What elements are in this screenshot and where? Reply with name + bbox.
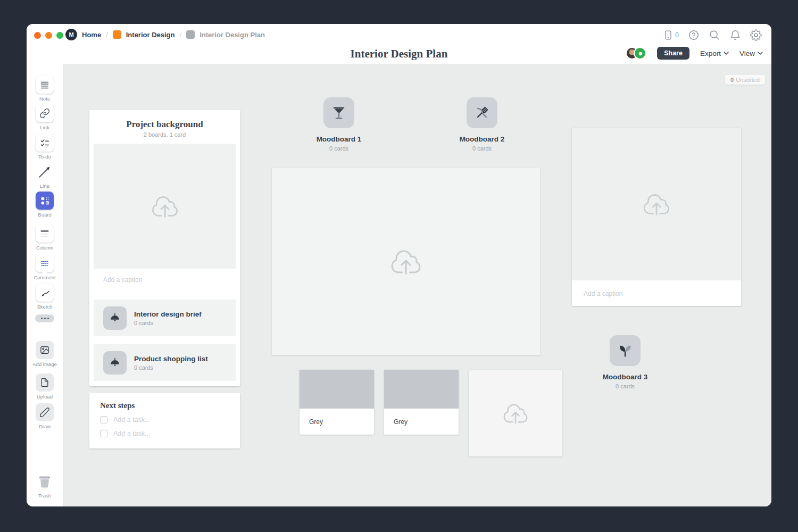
moodboard-1[interactable]: Moodboard 1 0 cards xyxy=(296,97,381,152)
collaborator-avatars[interactable] xyxy=(626,47,646,60)
swatch-label: Grey xyxy=(309,418,323,426)
sprout-icon xyxy=(610,335,641,366)
todo-icon xyxy=(36,134,54,152)
image-upload-placeholder[interactable] xyxy=(272,168,540,355)
cloud-upload-icon xyxy=(389,245,423,279)
next-steps-card[interactable]: Next steps Add a task... Add a task... xyxy=(89,393,240,448)
caption-input[interactable]: Add a caption xyxy=(103,276,142,284)
task-placeholder[interactable]: Add a task... xyxy=(113,416,150,423)
tool-column[interactable]: Column xyxy=(27,225,63,251)
moodboard-count: 0 cards xyxy=(583,383,668,389)
window-zoom-button[interactable] xyxy=(56,32,63,39)
color-swatch-card[interactable]: Grey xyxy=(384,370,459,435)
top-bar: M Home / Interior Design / Interior Desi… xyxy=(27,24,771,47)
swatch-label: Grey xyxy=(394,418,408,426)
milanote-logo-icon[interactable]: M xyxy=(65,29,77,40)
device-count-badge: 0 xyxy=(675,31,679,39)
todo-task-row[interactable]: Add a task... xyxy=(100,430,150,437)
tool-sketch[interactable]: Sketch xyxy=(27,284,63,310)
breadcrumb-separator: / xyxy=(180,31,182,39)
breadcrumb-board[interactable]: Interior Design xyxy=(126,31,175,39)
avatar[interactable] xyxy=(634,47,646,60)
board-icon xyxy=(36,192,54,210)
color-swatch-card[interactable]: Grey xyxy=(300,370,374,435)
breadcrumb-current: Interior Design Plan xyxy=(200,31,265,39)
chevron-down-icon xyxy=(724,52,729,55)
app-window: M Home / Interior Design / Interior Desi… xyxy=(27,24,771,506)
moodboard-3[interactable]: Moodboard 3 0 cards xyxy=(583,335,668,389)
tool-add-image[interactable]: Add image xyxy=(27,341,63,367)
link-icon xyxy=(36,104,54,122)
device-icon[interactable]: 0 xyxy=(663,29,679,41)
note-icon xyxy=(36,76,54,94)
tool-link[interactable]: Link xyxy=(27,104,63,130)
moodboard-count: 0 cards xyxy=(296,145,381,152)
image-upload-placeholder[interactable] xyxy=(572,128,741,280)
help-icon[interactable] xyxy=(688,29,700,41)
upload-file-icon xyxy=(36,373,54,392)
martini-icon xyxy=(323,97,354,128)
board-item-count: 0 cards xyxy=(134,320,202,326)
notifications-bell-icon[interactable] xyxy=(729,29,741,41)
task-placeholder[interactable]: Add a task... xyxy=(113,430,150,437)
moodboard-name: Moodboard 1 xyxy=(296,135,381,143)
project-background-card[interactable]: Project background 2 boards, 1 card Add … xyxy=(89,110,240,386)
window-controls xyxy=(34,32,63,39)
more-ellipsis-icon xyxy=(35,314,54,322)
cutlery-icon xyxy=(467,97,497,128)
image-upload-placeholder[interactable] xyxy=(94,144,236,269)
board-item-title: Product shopping list xyxy=(134,355,208,363)
column-icon xyxy=(36,225,54,243)
window-minimize-button[interactable] xyxy=(45,32,52,39)
todo-task-row[interactable]: Add a task... xyxy=(100,416,150,423)
breadcrumb-home[interactable]: Home xyxy=(82,31,101,39)
image-card[interactable]: Add a caption xyxy=(572,128,741,306)
caption-input[interactable]: Add a caption xyxy=(584,290,622,297)
moodboard-name: Moodboard 2 xyxy=(439,135,525,143)
tool-trash[interactable]: Trash xyxy=(27,472,63,498)
sketch-icon xyxy=(36,284,54,302)
task-checkbox[interactable] xyxy=(100,430,107,437)
board-item-interior-design-brief[interactable]: Interior design brief 0 cards xyxy=(94,300,236,336)
board-color-icon xyxy=(113,30,121,39)
image-upload-placeholder[interactable] xyxy=(469,370,562,456)
board-item-count: 0 cards xyxy=(134,364,208,371)
tool-line[interactable]: Line xyxy=(27,163,63,189)
moodboard-2[interactable]: Moodboard 2 0 cards xyxy=(439,97,525,152)
card-subtitle: 2 boards, 1 card xyxy=(89,131,240,138)
settings-gear-icon[interactable] xyxy=(750,29,762,41)
arrow-line-icon xyxy=(36,163,54,181)
task-checkbox[interactable] xyxy=(100,416,107,423)
board-item-title: Interior design brief xyxy=(134,310,202,318)
export-menu[interactable]: Export xyxy=(700,49,729,57)
unsorted-badge[interactable]: 0Unsorted xyxy=(725,75,765,85)
cloud-upload-icon xyxy=(150,192,180,221)
tool-upload[interactable]: Upload xyxy=(27,373,63,400)
breadcrumb: M Home / Interior Design / Interior Desi… xyxy=(65,29,265,40)
board-header: Interior Design Plan Share Export View xyxy=(27,47,771,64)
view-menu[interactable]: View xyxy=(739,49,763,57)
share-button[interactable]: Share xyxy=(657,47,689,60)
card-title: Project background xyxy=(89,119,240,130)
cloud-upload-icon xyxy=(642,189,671,219)
moodboard-name: Moodboard 3 xyxy=(583,373,668,381)
tool-note[interactable]: Note xyxy=(27,76,63,102)
draw-pencil-icon xyxy=(36,403,54,421)
breadcrumb-separator: / xyxy=(106,31,108,39)
tool-board[interactable]: Board xyxy=(27,192,63,218)
tool-todo[interactable]: To-do xyxy=(27,134,63,160)
tool-comment[interactable]: Comment xyxy=(27,254,63,280)
search-icon[interactable] xyxy=(709,29,720,41)
lamp-icon xyxy=(103,306,127,330)
window-close-button[interactable] xyxy=(34,32,41,39)
tool-draw[interactable]: Draw xyxy=(27,403,63,429)
board-item-product-shopping-list[interactable]: Product shopping list 0 cards xyxy=(94,344,236,381)
board-canvas[interactable]: 0Unsorted Project background 2 boards, 1… xyxy=(63,64,771,506)
tool-more[interactable] xyxy=(27,309,63,322)
trash-icon xyxy=(36,472,54,491)
tools-sidebar: Note Link To-do xyxy=(27,64,63,506)
card-title: Next steps xyxy=(100,401,135,410)
lamp-icon xyxy=(103,351,127,375)
add-image-icon xyxy=(36,341,54,359)
color-swatch xyxy=(300,370,374,409)
